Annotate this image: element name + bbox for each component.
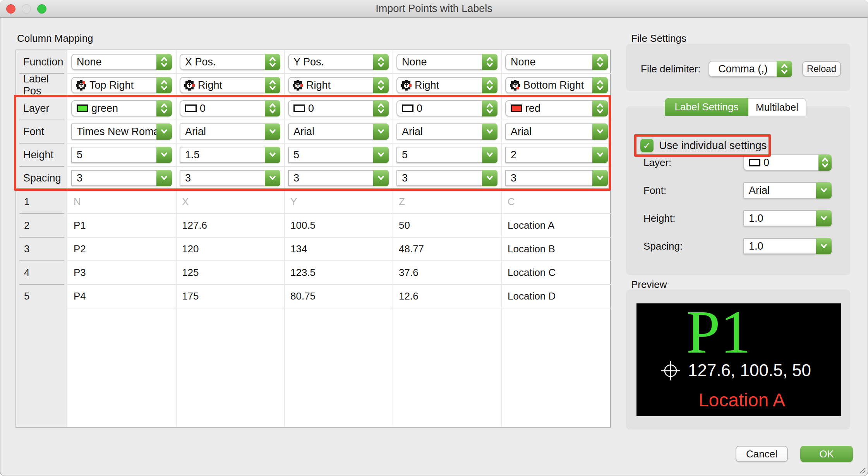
function-select-col3[interactable]: Y Pos. <box>288 54 389 70</box>
value-label: 1.5 <box>180 149 265 161</box>
row-number: 5 <box>16 284 67 308</box>
function-select-col1[interactable]: None <box>71 54 172 70</box>
stepper-arrows-icon <box>265 77 280 93</box>
stepper-arrows-icon <box>482 100 497 116</box>
label-pos-select-col3[interactable]: +Right <box>288 77 389 93</box>
stepper-arrows-icon <box>373 77 389 93</box>
value-label: 5 <box>72 149 156 161</box>
row-label-layer: Layer <box>16 97 67 120</box>
font-select-col3[interactable]: Arial <box>288 123 389 140</box>
preview-coordinates: 127.6, 100.5, 50 <box>671 361 828 380</box>
individual-spacing-select[interactable]: 1.0 <box>743 238 832 254</box>
label-pos-select-col1[interactable]: +Top Right <box>71 77 172 93</box>
data-cell: P4 <box>74 284 174 308</box>
function-select-col2[interactable]: X Pos. <box>180 54 280 70</box>
chevron-down-icon <box>156 123 172 140</box>
value-label: red <box>522 103 592 115</box>
label-pos-select-col4[interactable]: +Right <box>396 77 497 93</box>
data-cell: Location B <box>508 237 610 261</box>
row-label-height: Height <box>16 143 67 166</box>
preview-point-label: P1 <box>636 301 801 363</box>
value-label: Arial <box>506 126 592 138</box>
grid-line-vertical <box>393 50 393 427</box>
value-label: 3 <box>397 172 482 184</box>
layer-color-swatch <box>77 104 88 112</box>
tab-multilabel[interactable]: Multilabel <box>748 98 806 116</box>
cancel-button[interactable]: Cancel <box>736 446 788 462</box>
layer-select-col2[interactable]: 0 <box>180 100 280 116</box>
chevron-down-icon <box>373 123 389 140</box>
row-divider <box>19 166 64 167</box>
file-delimiter-select[interactable]: Comma (,) <box>708 61 792 77</box>
value-label: Right <box>195 79 265 91</box>
label-pos-select-col5[interactable]: +Bottom Right <box>505 77 608 93</box>
individual-font-select[interactable]: Arial <box>743 182 832 199</box>
value-label: 3 <box>180 172 265 184</box>
spacing-select-col1[interactable]: 3 <box>71 170 172 186</box>
data-cell: N <box>74 190 174 214</box>
field-label-height: Height: <box>643 210 675 226</box>
value-label: 5 <box>397 149 482 161</box>
label-pos-select-col2[interactable]: +Right <box>180 77 280 93</box>
stepper-arrows-icon <box>265 100 280 116</box>
field-label-font: Font: <box>643 182 666 199</box>
individual-layer-select[interactable]: 0 <box>743 154 832 171</box>
row-label-function: Function <box>16 50 67 74</box>
font-select-col4[interactable]: Arial <box>396 123 497 140</box>
stepper-arrows-icon <box>156 77 172 93</box>
use-individual-settings-checkbox[interactable]: ✓ <box>640 139 654 152</box>
stepper-arrows-icon <box>265 54 280 70</box>
layer-select-col5[interactable]: red <box>505 100 608 116</box>
data-cell: X <box>182 190 283 214</box>
height-select-col2[interactable]: 1.5 <box>180 147 280 163</box>
reload-button[interactable]: Reload <box>802 61 841 77</box>
value-label: Times New Roman <box>72 126 156 138</box>
data-cell: C <box>508 190 610 214</box>
value-label: green <box>88 103 156 115</box>
font-select-col1[interactable]: Times New Roman <box>71 123 172 140</box>
preview-location: Location A <box>660 390 824 410</box>
row-divider <box>19 284 64 285</box>
layer-select-col4[interactable]: 0 <box>396 100 497 116</box>
height-select-col4[interactable]: 5 <box>396 147 497 163</box>
row-divider <box>19 120 64 120</box>
file-settings-title: File Settings <box>631 33 686 45</box>
height-select-col3[interactable]: 5 <box>288 147 389 163</box>
data-cell: P3 <box>74 261 174 284</box>
row-divider <box>19 143 64 144</box>
function-select-col5[interactable]: None <box>505 54 608 70</box>
spacing-select-col5[interactable]: 3 <box>505 170 608 186</box>
font-select-col2[interactable]: Arial <box>180 123 280 140</box>
preview-canvas: P1 127.6, 100.5, 50 Location A <box>636 303 841 416</box>
value-label: None <box>72 56 156 68</box>
data-cell: Y <box>290 190 391 214</box>
grid-line-vertical <box>176 50 177 427</box>
layer-select-col1[interactable]: green <box>71 100 172 116</box>
individual-height-select[interactable]: 1.0 <box>743 210 832 226</box>
value-label: Bottom Right <box>520 79 592 91</box>
chevron-down-icon <box>592 123 608 140</box>
data-cell: Location A <box>508 214 610 237</box>
font-select-col5[interactable]: Arial <box>505 123 608 140</box>
ok-button[interactable]: OK <box>800 446 853 462</box>
preview-panel: P1 127.6, 100.5, 50 Location A <box>626 289 850 430</box>
row-number: 1 <box>16 190 67 214</box>
stepper-arrows-icon <box>818 154 832 171</box>
function-select-col4[interactable]: None <box>396 54 497 70</box>
spacing-select-col4[interactable]: 3 <box>396 170 497 186</box>
row-number: 4 <box>16 261 67 284</box>
data-cell: Location C <box>508 261 610 284</box>
chevron-down-icon <box>816 238 832 254</box>
chevron-down-icon <box>373 147 389 163</box>
spacing-select-col3[interactable]: 3 <box>288 170 389 186</box>
tab-label-settings[interactable]: Label Settings <box>665 98 748 116</box>
resize-grip-icon[interactable] <box>858 466 866 474</box>
grid-line-horizontal <box>67 120 612 120</box>
layer-select-col3[interactable]: 0 <box>288 100 389 116</box>
chevron-down-icon <box>816 182 832 199</box>
chevron-down-icon <box>482 123 497 140</box>
right-position-icon: + <box>401 80 412 91</box>
height-select-col1[interactable]: 5 <box>71 147 172 163</box>
height-select-col5[interactable]: 2 <box>505 147 608 163</box>
spacing-select-col2[interactable]: 3 <box>180 170 280 186</box>
